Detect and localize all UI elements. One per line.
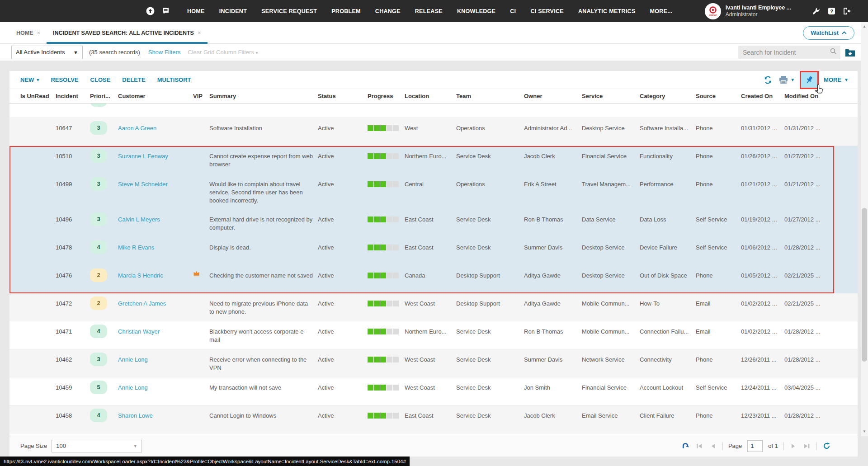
col-header-owner[interactable]: Owner (524, 93, 582, 99)
new-button[interactable]: NEW▾ (20, 76, 39, 83)
col-header-created[interactable]: Created On (741, 93, 784, 99)
show-filters-link[interactable]: Show Filters (148, 49, 181, 56)
col-header-id[interactable]: Incident (56, 93, 90, 99)
customer-link[interactable]: Sharon Lowe (118, 412, 153, 419)
nav-item-ci[interactable]: CI (503, 8, 523, 14)
nav-item-problem[interactable]: PROBLEM (324, 8, 368, 14)
user-block[interactable]: COMPANY Ivanti Ivanti Employee ... Admin… (705, 3, 791, 19)
col-header-source[interactable]: Source (696, 93, 741, 99)
tab-active-label: INCIDENT SAVED SEARCH: ALL ACTIVE INCIDE… (53, 30, 194, 36)
col-header-team[interactable]: Team (456, 93, 524, 99)
col-header-progress[interactable]: Progress (368, 93, 405, 99)
logout-icon[interactable] (843, 7, 851, 15)
customer-link[interactable]: Gretchen A James (118, 300, 166, 307)
col-header-status[interactable]: Status (318, 93, 368, 99)
col-header-customer[interactable]: Customer (118, 93, 193, 99)
saved-search-folder-icon[interactable] (845, 48, 855, 57)
search-icon[interactable] (830, 48, 837, 56)
col-header-category[interactable]: Category (640, 93, 696, 99)
col-header-vip[interactable]: VIP (193, 93, 209, 99)
cell-id: 10462 (56, 349, 90, 368)
customer-link[interactable]: Annie Long (118, 356, 148, 363)
previous-page-icon[interactable] (709, 442, 717, 450)
nav-item-home[interactable]: HOME (180, 8, 212, 14)
avatar[interactable]: COMPANY (705, 3, 721, 19)
next-page-icon[interactable] (789, 442, 797, 450)
last-page-icon[interactable] (803, 442, 811, 450)
print-button[interactable]: ▼ (778, 75, 795, 84)
undo-navigation-icon[interactable] (682, 442, 690, 450)
scrollbar-thumb[interactable] (862, 208, 867, 362)
launch-circle-icon[interactable] (146, 7, 155, 16)
first-page-icon[interactable] (695, 442, 703, 450)
nav-item-change[interactable]: CHANGE (368, 8, 408, 14)
col-header-unread[interactable]: Is UnRead (20, 93, 56, 99)
col-header-priority[interactable]: Priori... (90, 93, 118, 99)
customer-link[interactable]: Marcia S Hendric (118, 272, 163, 279)
cell-id: 10472 (56, 293, 90, 312)
nav-item-service-request[interactable]: SERVICE REQUEST (254, 8, 324, 14)
customer-link[interactable]: Christian Wayer (118, 328, 160, 335)
multisort-button[interactable]: MULTISORT (157, 76, 191, 83)
cell-owner: Administrator Ad... (524, 104, 582, 109)
feedback-chat-icon[interactable] (161, 7, 170, 16)
scroll-up-icon[interactable]: ▲ (861, 23, 868, 29)
nav-item-release[interactable]: RELEASE (408, 8, 450, 14)
settings-wrench-icon[interactable] (812, 7, 820, 15)
col-header-location[interactable]: Location (405, 93, 456, 99)
page-size-select[interactable]: 100 ▼ (52, 440, 142, 452)
watchlist-button[interactable]: WatchList (803, 26, 854, 40)
page-number-input[interactable] (747, 440, 763, 452)
pin-button-highlighted[interactable] (801, 72, 817, 88)
incident-row-10647[interactable]: 106473Aaron A GreenSoftware Installation… (9, 118, 858, 146)
col-header-service[interactable]: Service (582, 93, 640, 99)
tab-home[interactable]: HOME × (10, 22, 47, 44)
incident-row-10496[interactable]: 104963Calvin L MeyersExternal hard drive… (9, 209, 858, 237)
customer-link[interactable]: Mike R Evans (118, 244, 154, 251)
resolve-button[interactable]: RESOLVE (51, 76, 78, 83)
customer-link[interactable]: Steve M Schneider (118, 181, 168, 188)
incident-row-10458[interactable]: 104584Sharon LoweCannot Login to Windows… (9, 405, 858, 433)
incident-row-10459[interactable]: 104595Annie LongMy transaction will not … (9, 377, 858, 405)
scroll-down-icon[interactable]: ▼ (861, 428, 868, 434)
delete-button[interactable]: DELETE (122, 76, 145, 83)
col-header-summary[interactable]: Summary (209, 93, 318, 99)
nav-item-ci-service[interactable]: CI SERVICE (523, 8, 571, 14)
search-box[interactable] (738, 46, 840, 59)
incident-row-10653[interactable]: 106533Marcia S HendricSoftware Installat… (9, 104, 858, 118)
cell-category: Connection Failu... (640, 321, 696, 340)
vertical-scrollbar[interactable]: ▲ ▼ (861, 22, 868, 436)
refresh-icon[interactable] (764, 76, 772, 84)
priority-badge: 3 (90, 104, 107, 107)
cell-progress (368, 174, 405, 192)
incident-row-10476[interactable]: 104762Marcia S HendricChecking the custo… (9, 265, 858, 293)
tab-home-close-icon[interactable]: × (37, 29, 41, 36)
nav-item-incident[interactable]: INCIDENT (212, 8, 254, 14)
nav-item-knowledge[interactable]: KNOWLEDGE (450, 8, 503, 14)
incident-row-10462[interactable]: 104623Annie LongReceive error when conne… (9, 349, 858, 377)
svg-text:?: ? (830, 9, 833, 14)
tab-incident-saved-search[interactable]: INCIDENT SAVED SEARCH: ALL ACTIVE INCIDE… (47, 22, 207, 44)
more-button[interactable]: MORE ▼ (824, 76, 849, 83)
close-button[interactable]: CLOSE (90, 76, 111, 83)
col-header-modified[interactable]: Modified On (784, 93, 830, 99)
saved-search-select[interactable]: All Active Incidents ▼ (11, 46, 83, 59)
search-area (738, 46, 855, 59)
incident-row-10478[interactable]: 104784Mike R EvansDisplay is dead.Active… (9, 237, 858, 265)
search-input[interactable] (738, 49, 830, 56)
incident-row-10472[interactable]: 104722Gretchen A JamesNeed to migrate pr… (9, 293, 858, 321)
nav-item-more[interactable]: MORE... (643, 8, 680, 14)
customer-link[interactable]: Annie Long (118, 384, 148, 391)
help-icon[interactable]: ? (827, 7, 835, 15)
customer-link[interactable]: Aaron A Green (118, 125, 156, 132)
nav-item-analytic-metrics[interactable]: ANALYTIC METRICS (571, 8, 643, 14)
incident-row-10499[interactable]: 104993Steve M SchneiderWould like to com… (9, 174, 858, 209)
incident-row-10471[interactable]: 104714Christian WayerBlackberry won't ac… (9, 321, 858, 349)
cell-created: 01/02/2012 ... (741, 321, 784, 340)
customer-link[interactable]: Suzanne L Fenway (118, 153, 168, 160)
cell-category: Out of Disk Space (640, 265, 696, 284)
pager-refresh-icon[interactable] (822, 442, 830, 450)
tab-active-close-icon[interactable]: × (198, 29, 201, 36)
customer-link[interactable]: Calvin L Meyers (118, 216, 160, 223)
incident-row-10510[interactable]: 105103Suzanne L FenwayCannot create expe… (9, 146, 858, 174)
